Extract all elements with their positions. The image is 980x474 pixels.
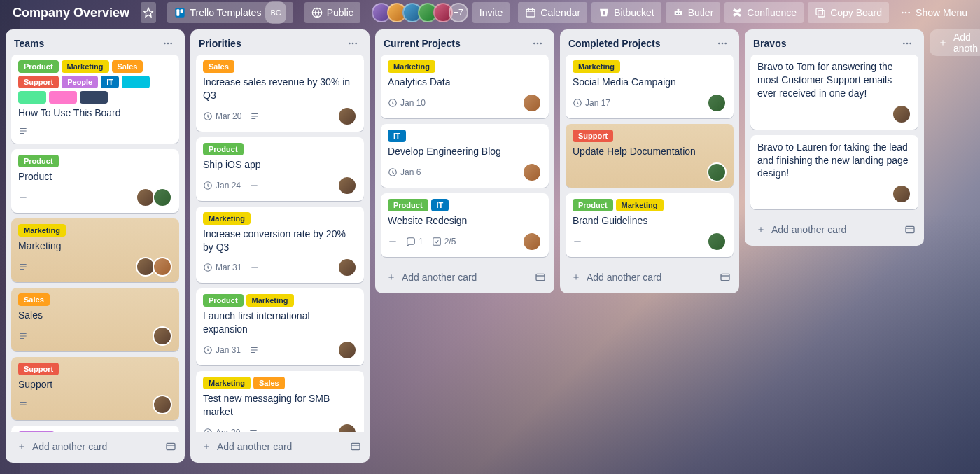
confluence-button[interactable]: Confluence [724, 2, 804, 23]
bitbucket-button[interactable]: Bitbucket [592, 2, 662, 23]
label-it[interactable]: IT [101, 76, 119, 88]
due-date[interactable]: Jan 17 [573, 98, 610, 108]
list-title[interactable]: Teams [14, 38, 155, 49]
avatar[interactable] [522, 162, 542, 182]
show-menu-button[interactable]: Show Menu [893, 2, 974, 23]
due-date[interactable]: Jan 24 [203, 181, 241, 190]
board-canvas[interactable]: Teams Product Marketing Sales Support Pe… [0, 25, 980, 474]
label-color-cyan[interactable] [122, 76, 150, 88]
label-sales[interactable]: Sales [112, 60, 144, 73]
label-sales[interactable]: Sales [253, 377, 285, 389]
list-menu-button[interactable] [899, 36, 916, 50]
due-date[interactable]: Apr 30 [203, 428, 240, 432]
label-marketing[interactable]: Marketing [203, 212, 251, 225]
label-support[interactable]: Support [573, 130, 613, 142]
label-color-dark[interactable] [80, 91, 108, 104]
card[interactable]: Product Marketing Brand Guidelines [566, 193, 734, 257]
card[interactable]: Sales Increase sales revenue by 30% in Q… [196, 55, 364, 132]
card-template-button[interactable] [532, 269, 549, 286]
add-list-button[interactable]: ＋ Add anoth [930, 29, 980, 56]
card[interactable]: Marketing Sales Test new messaging for S… [196, 371, 364, 432]
avatar[interactable] [153, 326, 172, 346]
card[interactable]: Marketing Analytics Data Jan 10 [381, 55, 549, 118]
list-menu-button[interactable] [714, 36, 731, 50]
label-support[interactable]: Support [18, 76, 59, 88]
add-card-button[interactable]: ＋Add another card [753, 221, 896, 239]
card[interactable]: Bravo to Lauren for taking the lead and … [750, 135, 918, 210]
card[interactable]: Marketing Social Media Campaign Jan 17 [566, 55, 734, 118]
avatar[interactable] [522, 93, 542, 113]
label-product[interactable]: Product [203, 294, 244, 307]
trello-templates-button[interactable]: Trello Templates BC [167, 2, 293, 23]
label-color-lime[interactable] [18, 91, 46, 104]
label-product[interactable]: Product [18, 155, 59, 167]
avatar[interactable] [707, 232, 727, 251]
invite-button[interactable]: Invite [472, 2, 510, 23]
card[interactable]: Product Marketing Sales Support People I… [11, 55, 179, 144]
label-marketing[interactable]: Marketing [203, 377, 251, 389]
card[interactable]: Support Support [11, 357, 179, 421]
card[interactable]: Marketing Marketing [11, 218, 179, 282]
avatar[interactable] [337, 423, 357, 432]
butler-button[interactable]: Butler [666, 2, 721, 23]
list-menu-button[interactable] [344, 36, 361, 50]
list-menu-button[interactable] [160, 36, 176, 50]
label-marketing[interactable]: Marketing [62, 60, 109, 73]
label-marketing[interactable]: Marketing [18, 224, 66, 237]
avatar[interactable] [337, 258, 357, 277]
label-product[interactable]: Product [388, 199, 428, 211]
card[interactable]: Product Marketing Launch first internati… [196, 288, 364, 365]
due-date[interactable]: Jan 31 [203, 345, 241, 355]
card-template-button[interactable] [717, 269, 734, 286]
list-title[interactable]: Priorities [199, 38, 340, 49]
add-card-button[interactable]: ＋Add another card [568, 268, 711, 286]
label-marketing[interactable]: Marketing [246, 294, 294, 307]
label-product[interactable]: Product [573, 199, 613, 211]
avatar-overflow[interactable]: +7 [449, 3, 468, 22]
card[interactable]: Marketing Increase conversion rate by 20… [196, 207, 364, 284]
label-product[interactable]: Product [18, 60, 59, 73]
avatar[interactable] [707, 162, 727, 182]
label-marketing[interactable]: Marketing [388, 60, 435, 73]
label-people[interactable]: People [62, 76, 98, 88]
label-marketing[interactable]: Marketing [616, 199, 664, 211]
label-sales[interactable]: Sales [203, 60, 234, 73]
avatar[interactable] [707, 93, 727, 113]
avatar[interactable] [892, 104, 911, 124]
label-it[interactable]: IT [388, 130, 406, 142]
due-date[interactable]: Mar 31 [203, 263, 241, 272]
avatar[interactable] [153, 257, 172, 277]
label-product[interactable]: Product [203, 143, 244, 155]
avatar[interactable] [522, 232, 542, 251]
due-date[interactable]: Jan 10 [388, 98, 426, 108]
card[interactable]: Bravo to Tom for answering the most Cust… [750, 55, 918, 130]
label-sales[interactable]: Sales [18, 293, 50, 306]
label-marketing[interactable]: Marketing [573, 60, 620, 73]
avatar[interactable] [337, 106, 357, 126]
list-menu-button[interactable] [529, 36, 546, 50]
list-title[interactable]: Current Projects [384, 38, 525, 49]
board-title[interactable]: Company Overview [6, 6, 136, 20]
add-card-button[interactable]: ＋Add another card [199, 438, 342, 456]
board-members[interactable]: +7 [372, 3, 468, 22]
due-date[interactable]: Mar 20 [203, 111, 241, 121]
star-board-button[interactable] [141, 2, 156, 23]
calendar-button[interactable]: Calendar [518, 2, 587, 23]
card[interactable]: Sales Sales [11, 288, 179, 351]
card[interactable]: Product Product [11, 149, 179, 213]
card-template-button[interactable] [902, 221, 918, 238]
avatar[interactable] [337, 340, 357, 360]
card[interactable]: Support Update Help Documentation [566, 124, 734, 188]
list-title[interactable]: Completed Projects [568, 38, 710, 49]
label-support[interactable]: Support [18, 363, 59, 375]
label-people[interactable]: People [18, 431, 55, 432]
card[interactable]: IT Develop Engineering Blog Jan 6 [381, 124, 549, 188]
visibility-button[interactable]: Public [304, 2, 360, 23]
avatar[interactable] [153, 395, 172, 414]
card[interactable]: Product Ship iOS app Jan 24 [196, 137, 364, 201]
card-template-button[interactable] [162, 438, 179, 455]
avatar[interactable] [153, 188, 172, 207]
card[interactable]: Product IT Website Redesign 1 2/5 [381, 193, 549, 257]
avatar[interactable] [892, 184, 911, 204]
due-date[interactable]: Jan 6 [388, 167, 421, 177]
